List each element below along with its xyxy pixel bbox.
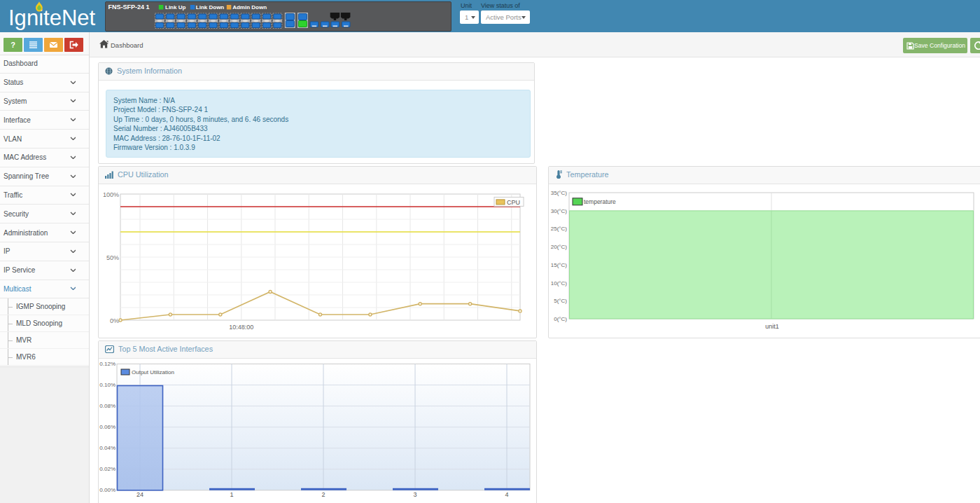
svg-text:10:48:00: 10:48:00	[229, 324, 253, 331]
svg-text:Link Up: Link Up	[165, 4, 186, 11]
svg-text:0.02%: 0.02%	[99, 466, 115, 472]
svg-text:0.10%: 0.10%	[99, 382, 115, 388]
svg-text:1: 1	[230, 491, 233, 498]
svg-text:2: 2	[321, 491, 325, 498]
svg-text:100%: 100%	[103, 191, 119, 198]
svg-text:CPU: CPU	[507, 199, 520, 206]
svg-text:unit1: unit1	[765, 323, 779, 330]
svg-text:temperature: temperature	[584, 198, 616, 205]
svg-text:0.00%: 0.00%	[99, 487, 115, 493]
svg-text:10(°C): 10(°C)	[551, 280, 568, 287]
svg-text:0.08%: 0.08%	[99, 403, 115, 409]
svg-text:35(°C): 35(°C)	[551, 190, 568, 196]
svg-text:FNS-SFP-24 1: FNS-SFP-24 1	[108, 4, 150, 11]
svg-text:0.04%: 0.04%	[99, 445, 115, 451]
svg-text:5(°C): 5(°C)	[554, 298, 567, 304]
svg-text:50%: 50%	[106, 254, 119, 261]
svg-text:20(°C): 20(°C)	[551, 244, 568, 250]
svg-text:15(°C): 15(°C)	[551, 262, 568, 268]
svg-text:25(°C): 25(°C)	[551, 226, 568, 232]
svg-text:Admin Down: Admin Down	[232, 4, 267, 11]
svg-text:Link Down: Link Down	[196, 4, 225, 11]
svg-text:24: 24	[136, 491, 144, 498]
svg-text:0.06%: 0.06%	[99, 424, 115, 430]
svg-text:3: 3	[413, 491, 416, 498]
svg-text:Output Utilization: Output Utilization	[132, 369, 174, 375]
svg-text:0.12%: 0.12%	[99, 361, 115, 367]
svg-text:0%: 0%	[110, 317, 119, 324]
svg-text:0(°C): 0(°C)	[554, 316, 567, 322]
svg-text:30(°C): 30(°C)	[551, 208, 568, 214]
svg-text:4: 4	[505, 491, 508, 498]
